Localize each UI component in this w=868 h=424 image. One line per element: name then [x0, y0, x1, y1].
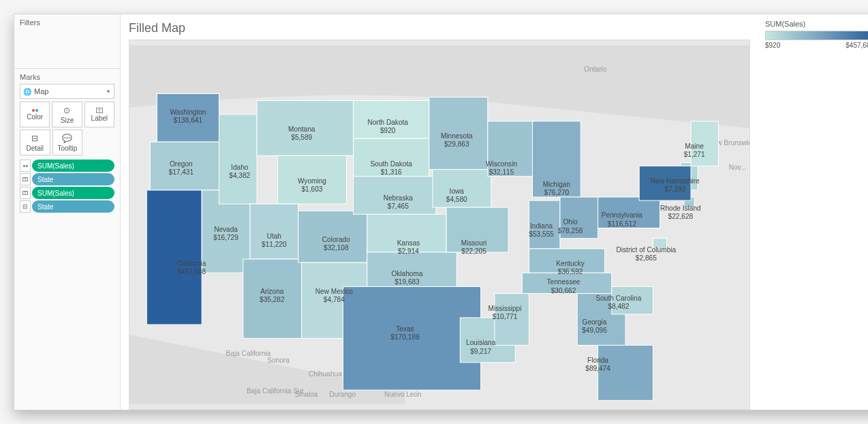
- state-mississippi[interactable]: [495, 294, 529, 346]
- chevron-down-icon: ▼: [106, 89, 111, 95]
- detail-shelf[interactable]: ⊟ Detail: [20, 130, 50, 155]
- pill-row: SUM(Sales): [20, 160, 114, 172]
- state-nebraska[interactable]: [354, 177, 436, 215]
- marks-panel: Marks 🌐 Map ▼ Color ⊙ Size T Label: [14, 69, 120, 217]
- detail-icon: ⊟: [31, 134, 38, 143]
- label-icon: T: [96, 108, 103, 113]
- pill-row: ⊟ State: [20, 200, 114, 213]
- main-view: Filled Map Ontario New Brunswick Nov... …: [121, 14, 758, 410]
- marks-shelf-row2: ⊟ Detail 💬 Tooltip: [20, 130, 82, 155]
- detail-shelf-label: Detail: [27, 145, 44, 152]
- size-icon: ⊙: [63, 106, 70, 115]
- pill-color-icon[interactable]: [20, 160, 31, 172]
- app-window: Filters Marks 🌐 Map ▼ Color ⊙ Size T: [14, 14, 868, 410]
- filters-title: Filters: [20, 18, 114, 27]
- state-oregon[interactable]: [150, 142, 219, 190]
- state-florida[interactable]: [598, 345, 653, 400]
- tooltip-icon: 💬: [62, 134, 72, 143]
- state-utah[interactable]: [250, 204, 298, 259]
- color-shelf[interactable]: Color: [20, 102, 50, 127]
- size-shelf[interactable]: ⊙ Size: [52, 102, 82, 127]
- marks-title: Marks: [20, 73, 114, 81]
- label-shelf-label: Label: [91, 115, 108, 122]
- tooltip-shelf[interactable]: 💬 Tooltip: [52, 130, 83, 155]
- state-new-york[interactable]: [639, 166, 691, 201]
- legend-panel: SUM(Sales) $920 $457,688: [758, 14, 868, 410]
- state-iowa[interactable]: [433, 170, 491, 208]
- state-montana[interactable]: [257, 101, 354, 156]
- state-michigan[interactable]: [533, 121, 581, 197]
- map-canvas[interactable]: Ontario New Brunswick Nov... United Stat…: [129, 40, 750, 410]
- legend-max: $457,688: [846, 42, 868, 49]
- sidebar: Filters Marks 🌐 Map ▼ Color ⊙ Size T: [14, 14, 121, 410]
- state-california[interactable]: [146, 190, 202, 324]
- size-shelf-label: Size: [61, 117, 74, 124]
- state-south-dakota[interactable]: [354, 138, 429, 177]
- state-arizona[interactable]: [243, 259, 302, 338]
- mark-type-label: Map: [34, 87, 48, 95]
- state-ohio[interactable]: [560, 197, 598, 239]
- state-oklahoma[interactable]: [367, 252, 456, 287]
- state-colorado[interactable]: [298, 211, 367, 262]
- state-tennessee[interactable]: [522, 273, 611, 293]
- pill-detail-icon[interactable]: ⊟: [20, 200, 31, 213]
- chart-title: Filled Map: [129, 21, 750, 35]
- state-south-carolina[interactable]: [612, 287, 653, 314]
- pill-sum-sales-label[interactable]: SUM(Sales): [32, 187, 114, 199]
- pill-row: T SUM(Sales): [20, 187, 114, 199]
- label-shelf[interactable]: T Label: [84, 102, 114, 127]
- state-wyoming[interactable]: [277, 155, 346, 204]
- tooltip-shelf-label: Tooltip: [57, 145, 77, 152]
- pill-row: T State: [20, 173, 114, 185]
- state-minnesota[interactable]: [429, 97, 488, 169]
- state-maine[interactable]: [691, 121, 718, 166]
- color-shelf-label: Color: [27, 113, 43, 121]
- filters-panel: Filters: [14, 14, 120, 69]
- state-missouri[interactable]: [446, 207, 508, 252]
- pill-label-icon[interactable]: T: [20, 187, 31, 199]
- marks-shelf-row1: Color ⊙ Size T Label: [20, 102, 114, 127]
- marks-pills: SUM(Sales) T State T SUM(Sales) ⊟ State: [20, 160, 114, 213]
- color-icon: [32, 109, 38, 112]
- us-map-svg: Ontario New Brunswick Nov... United Stat…: [129, 40, 749, 409]
- mark-type-dropdown[interactable]: 🌐 Map ▼: [20, 84, 114, 99]
- state-kentucky[interactable]: [529, 249, 604, 273]
- state-idaho[interactable]: [219, 115, 257, 204]
- state-indiana[interactable]: [529, 200, 560, 249]
- legend-min: $920: [765, 42, 780, 49]
- pill-state-detail[interactable]: State: [32, 200, 114, 213]
- state-wisconsin[interactable]: [488, 121, 533, 177]
- pill-label-icon[interactable]: T: [20, 173, 31, 185]
- legend-title: SUM(Sales): [765, 20, 868, 28]
- state-kansas[interactable]: [367, 214, 446, 252]
- state-pennsylvania[interactable]: [598, 197, 660, 228]
- state-district-of-columbia[interactable]: [653, 239, 666, 249]
- legend-gradient[interactable]: [765, 31, 868, 40]
- pill-sum-sales-color[interactable]: SUM(Sales): [32, 160, 114, 172]
- state-north-dakota[interactable]: [354, 101, 429, 139]
- legend-range: $920 $457,688: [765, 42, 868, 49]
- pill-state-label[interactable]: State: [32, 173, 114, 185]
- state-washington[interactable]: [157, 93, 219, 142]
- globe-icon: 🌐: [23, 88, 31, 95]
